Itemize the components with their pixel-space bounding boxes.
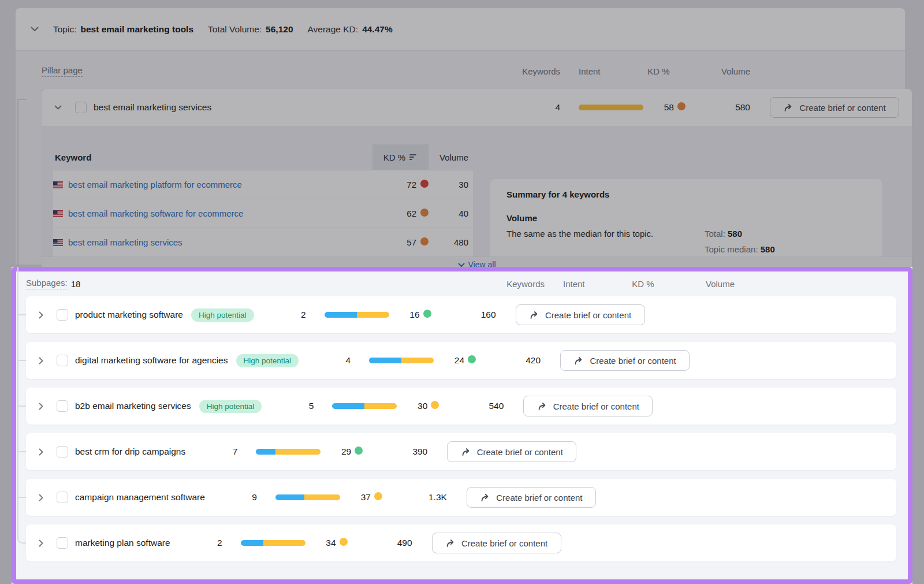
keyword-row: best email marketing services57480 <box>53 228 473 256</box>
subpage-row[interactable]: digital marketing software for agenciesH… <box>26 342 896 379</box>
expand-chevron-right-icon <box>39 311 43 319</box>
create-brief-button[interactable]: Create brief or content <box>516 304 645 325</box>
summary-median-label: Topic median: <box>705 244 758 254</box>
subpage-row[interactable]: marketing plan software234490Create brie… <box>26 525 896 561</box>
subpage-title: digital marketing software for agencies <box>75 355 228 366</box>
subpages-header: Subpages: 18 Keywords Intent KD % Volume <box>26 271 896 296</box>
intent-column-header: Intent <box>579 66 643 76</box>
subpage-checkbox[interactable] <box>57 537 68 549</box>
dim-overlay-left <box>0 267 12 584</box>
subpage-row[interactable]: product marketing softwareHigh potential… <box>26 296 896 333</box>
keyword-link[interactable]: best email marketing services <box>68 237 182 247</box>
kd-dot-icon <box>340 538 348 546</box>
create-brief-button-cell: Create brief or content <box>523 396 653 416</box>
create-brief-arrow-icon <box>573 356 584 366</box>
subpage-checkbox[interactable] <box>57 446 68 457</box>
subpage-title: best crm for drip campaigns <box>75 447 185 457</box>
create-brief-button[interactable]: Create brief or content <box>770 97 899 118</box>
subpage-checkbox[interactable] <box>57 355 68 366</box>
intent-bar-track <box>275 494 340 500</box>
volume-value: 390 <box>364 447 427 457</box>
kd-difficulty-dot <box>420 237 429 248</box>
intent-segment-yellow <box>357 312 389 318</box>
kd-dot-icon <box>468 355 476 363</box>
kd-value: 34 <box>305 538 336 548</box>
keyword-kd-value: 57 <box>378 237 416 247</box>
subpages-section: Subpages: 18 Keywords Intent KD % Volume… <box>16 271 908 579</box>
volume-column-header: Volume <box>671 279 735 289</box>
keyword-link[interactable]: best email marketing platform for ecomme… <box>68 180 242 189</box>
keyword-link[interactable]: best email marketing software for ecomme… <box>68 209 243 218</box>
subpage-checkbox[interactable] <box>57 400 68 412</box>
keyword-column-header: Keyword <box>53 152 91 162</box>
high-potential-badge: High potential <box>191 308 254 322</box>
intent-bar <box>332 403 397 409</box>
create-brief-arrow-icon <box>783 103 793 113</box>
us-flag-icon <box>53 239 63 246</box>
kd-difficulty-dot <box>355 447 364 457</box>
intent-bar-track <box>369 358 434 363</box>
create-brief-button[interactable]: Create brief or content <box>447 441 576 462</box>
keywords-count: 9 <box>205 492 257 503</box>
expand-chevron-right-icon <box>39 403 43 410</box>
create-brief-button-cell: Create brief or content <box>516 304 645 325</box>
intent-segment-blue <box>275 494 304 500</box>
subpages-label[interactable]: Subpages: <box>26 278 68 289</box>
kd-difficulty-dot <box>423 310 433 320</box>
topic-collapse-chevron-down-icon[interactable] <box>31 27 39 32</box>
create-brief-button[interactable]: Create brief or content <box>523 396 653 416</box>
intent-segment-yellow <box>304 494 340 500</box>
kd-sort-header[interactable]: KD % <box>372 144 429 170</box>
kd-header-label: KD % <box>383 152 405 162</box>
keyword-volume-value: 30 <box>429 180 473 189</box>
create-brief-label: Create brief or content <box>553 401 639 411</box>
intent-segment-yellow <box>579 105 643 110</box>
create-brief-label: Create brief or content <box>496 493 582 503</box>
subpage-row[interactable]: best crm for drip campaigns729390Create … <box>26 433 896 470</box>
expand-chevron-right-icon <box>39 540 43 547</box>
kd-value: 30 <box>397 401 427 411</box>
us-flag-icon <box>53 181 63 188</box>
dim-overlay-right <box>912 267 924 584</box>
subpage-row[interactable]: b2b email marketing servicesHigh potenti… <box>26 388 896 425</box>
keywords-count: 2 <box>254 310 306 320</box>
pillar-title: best email marketing services <box>94 102 211 113</box>
subpage-row[interactable]: campaign management software9371.3KCreat… <box>26 479 896 516</box>
pillar-page-label[interactable]: Pillar page <box>42 65 83 77</box>
create-brief-button-cell: Create brief or content <box>770 97 899 118</box>
expand-chevron-right-icon <box>39 448 43 456</box>
create-brief-button-cell: Create brief or content <box>432 533 561 553</box>
kd-difficulty-dot <box>420 180 429 190</box>
create-brief-label: Create brief or content <box>590 356 676 366</box>
keywords-column-header: Keywords <box>493 279 545 289</box>
kd-column-header: KD % <box>621 279 665 289</box>
create-brief-button[interactable]: Create brief or content <box>560 350 690 371</box>
subpage-checkbox[interactable] <box>57 492 68 503</box>
kd-difficulty-dot <box>374 492 383 503</box>
pillar-checkbox[interactable] <box>75 102 87 113</box>
subpage-checkbox[interactable] <box>57 309 68 321</box>
column-headers: Keywords Intent KD % Volume <box>508 66 912 76</box>
high-potential-badge: High potential <box>236 354 299 367</box>
create-brief-button[interactable]: Create brief or content <box>432 533 561 553</box>
intent-bar <box>256 449 321 455</box>
create-brief-arrow-icon <box>529 310 539 320</box>
create-brief-label: Create brief or content <box>461 538 547 548</box>
volume-value: 490 <box>349 538 412 548</box>
create-brief-button[interactable]: Create brief or content <box>467 487 596 508</box>
tree-connector <box>18 99 26 100</box>
intent-bar-track <box>332 403 397 409</box>
intent-bar-track <box>241 540 305 546</box>
kd-value: 37 <box>340 492 371 503</box>
topic-average-kd: Average KD:44.47% <box>308 24 393 35</box>
intent-segment-yellow <box>275 449 321 455</box>
keyword-table-header: Keyword KD % Volume <box>53 144 473 170</box>
keywords-count: 2 <box>170 538 222 548</box>
kd-value: 24 <box>434 355 464 366</box>
pillar-chevron-down-icon[interactable] <box>54 105 62 110</box>
topic-card: Topic:best email marketing tools Total V… <box>16 8 905 265</box>
intent-segment-yellow <box>364 403 397 409</box>
pillar-row[interactable]: best email marketing services 458580Crea… <box>42 89 912 126</box>
page: Topic:best email marketing tools Total V… <box>0 0 924 584</box>
summary-title: Summary for 4 keywords <box>506 189 866 199</box>
